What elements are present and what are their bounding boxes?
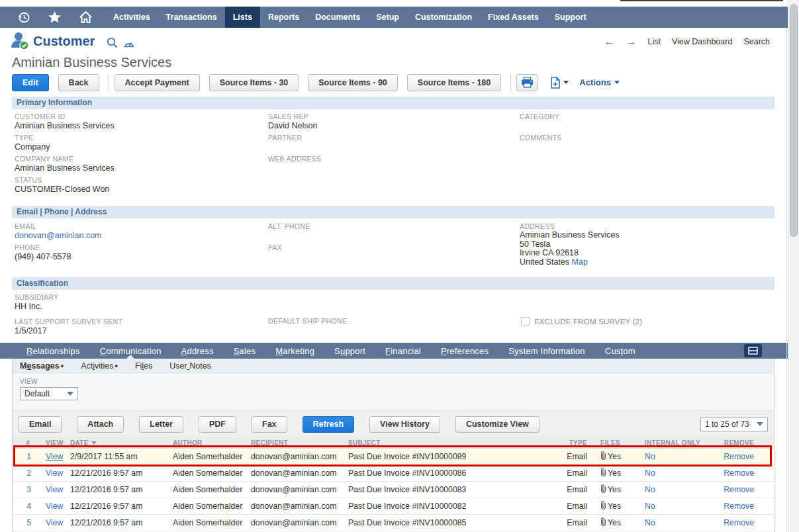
nav-item-activities[interactable]: Activities xyxy=(105,7,158,28)
nav-menu: ActivitiesTransactionsListsReportsDocume… xyxy=(105,7,594,28)
button-view-history[interactable]: View History xyxy=(369,416,440,433)
column-header-internal-only[interactable]: INTERNAL ONLY xyxy=(635,437,709,449)
favorites-star-icon[interactable] xyxy=(39,7,70,28)
vertical-scrollbar[interactable] xyxy=(788,0,799,532)
nav-item-lists[interactable]: Lists xyxy=(225,7,260,28)
search-link[interactable]: Search xyxy=(743,37,770,46)
actions-menu-button[interactable]: Actions xyxy=(579,77,620,87)
pagination-select[interactable]: 1 to 25 of 73 xyxy=(700,418,768,431)
internal-only-link[interactable]: No xyxy=(645,452,655,461)
subtab-files[interactable]: Files xyxy=(135,361,152,371)
forward-arrow-icon[interactable]: → xyxy=(626,36,636,47)
remove-link[interactable]: Remove xyxy=(724,518,754,527)
field-value xyxy=(268,231,506,241)
internal-only-link[interactable]: No xyxy=(645,485,655,494)
internal-only-link[interactable]: No xyxy=(645,468,655,478)
message-type: Email xyxy=(536,498,590,514)
subtab-messages[interactable]: Messages• xyxy=(20,361,64,371)
panel-toggle-icon[interactable] xyxy=(744,344,762,357)
tab-system-information[interactable]: System Information xyxy=(498,346,595,356)
tab-financial[interactable]: Financial xyxy=(375,346,431,356)
view-link[interactable]: View xyxy=(46,502,63,511)
address-line: Aminian Business Services xyxy=(520,231,758,240)
remove-link[interactable]: Remove xyxy=(724,485,754,494)
address-line: United States Map xyxy=(520,258,758,267)
view-link[interactable]: View xyxy=(46,468,63,478)
button-source-items-180[interactable]: Source Items - 180 xyxy=(407,74,501,91)
view-link[interactable]: View xyxy=(46,485,63,494)
view-filter-label: VIEW xyxy=(20,378,774,385)
exclude-from-survey-checkbox[interactable] xyxy=(521,317,530,326)
button-source-items-90[interactable]: Source Items - 90 xyxy=(308,74,398,91)
nav-item-setup[interactable]: Setup xyxy=(368,7,407,28)
nav-item-reports[interactable]: Reports xyxy=(260,7,307,28)
field-label: COMMENTS xyxy=(520,134,758,142)
tab-address[interactable]: Address xyxy=(171,346,224,356)
list-link[interactable]: List xyxy=(647,37,660,46)
button-source-items-30[interactable]: Source Items - 30 xyxy=(209,74,299,91)
view-dashboard-link[interactable]: View Dashboard xyxy=(672,37,733,46)
column-header-recipient[interactable]: RECIPIENT xyxy=(248,437,344,449)
field-category: CATEGORY xyxy=(520,112,758,131)
view-link[interactable]: View xyxy=(46,518,63,527)
map-link[interactable]: Map xyxy=(572,257,588,267)
history-icon[interactable] xyxy=(9,7,39,28)
tab-sales[interactable]: Sales xyxy=(224,346,266,356)
column-header-date[interactable]: DATE xyxy=(68,437,170,449)
tab-support[interactable]: Support xyxy=(324,346,375,356)
button-pdf[interactable]: PDF xyxy=(199,416,236,433)
field-value: 1/5/2017 xyxy=(15,326,253,336)
column-header-view[interactable]: VIEW xyxy=(35,437,68,449)
print-icon[interactable] xyxy=(516,74,538,91)
back-button[interactable]: Back xyxy=(58,74,99,91)
remove-cell: Remove xyxy=(709,498,774,514)
remove-link[interactable]: Remove xyxy=(724,502,754,511)
field-value[interactable]: donovan@aminian.com xyxy=(15,231,253,241)
internal-only-link[interactable]: No xyxy=(645,518,655,527)
section-header-email-phone-address: Email | Phone | Address xyxy=(12,206,775,218)
dashboard-gauge-icon[interactable] xyxy=(124,38,134,50)
message-toolbar: EmailAttachLetterPDFFaxRefreshView Histo… xyxy=(13,410,774,437)
back-arrow-icon[interactable]: ← xyxy=(604,36,614,47)
tab-marketing[interactable]: Marketing xyxy=(265,346,324,356)
column-header-type[interactable]: TYPE xyxy=(536,437,590,449)
refresh-button[interactable]: Refresh xyxy=(303,416,355,433)
sort-desc-icon xyxy=(91,441,97,445)
subtab-user-notes[interactable]: User Notes xyxy=(169,361,211,371)
page-title: Aminian Business Services xyxy=(12,55,171,70)
nav-item-support[interactable]: Support xyxy=(547,7,594,28)
search-icon[interactable] xyxy=(107,37,118,51)
view-link[interactable]: View xyxy=(46,452,63,461)
view-filter-area: VIEW Default xyxy=(13,373,774,410)
view-filter-select[interactable]: Default xyxy=(20,387,78,400)
tab-relationships[interactable]: Relationships xyxy=(17,346,90,356)
button-letter[interactable]: Letter xyxy=(139,416,183,433)
remove-link[interactable]: Remove xyxy=(724,452,754,461)
column-header-remove[interactable]: REMOVE xyxy=(709,437,774,449)
tab-custom[interactable]: Custom xyxy=(595,346,645,356)
column-header-subject[interactable]: SUBJECT xyxy=(344,437,536,449)
button-customize-view[interactable]: Customize View xyxy=(455,416,540,433)
accept-payment-button[interactable]: Accept Payment xyxy=(115,74,200,91)
scrollbar-thumb[interactable] xyxy=(790,4,798,237)
add-record-icon[interactable] xyxy=(551,77,569,89)
nav-item-documents[interactable]: Documents xyxy=(307,7,368,28)
column-header-author[interactable]: AUTHOR xyxy=(170,437,248,449)
tab-preferences[interactable]: Preferences xyxy=(431,346,498,356)
remove-link[interactable]: Remove xyxy=(724,468,754,478)
nav-item-fixed-assets[interactable]: Fixed Assets xyxy=(480,7,547,28)
column-header-files[interactable]: FILES xyxy=(590,437,635,449)
subtab-activities[interactable]: Activities• xyxy=(81,361,118,371)
home-icon[interactable] xyxy=(70,7,101,28)
internal-only-link[interactable]: No xyxy=(645,502,655,511)
message-files: Yes xyxy=(590,498,635,514)
edit-button[interactable]: Edit xyxy=(12,74,49,91)
nav-item-transactions[interactable]: Transactions xyxy=(158,7,225,28)
field-label: DEFAULT SHIP PHONE xyxy=(268,317,506,326)
button-email[interactable]: Email xyxy=(19,416,62,433)
nav-item-customization[interactable]: Customization xyxy=(407,7,480,28)
field-value: Aminian Business Services xyxy=(15,163,253,173)
internal-only-cell: No xyxy=(635,482,709,498)
button-attach[interactable]: Attach xyxy=(77,416,124,433)
button-fax[interactable]: Fax xyxy=(252,416,287,433)
